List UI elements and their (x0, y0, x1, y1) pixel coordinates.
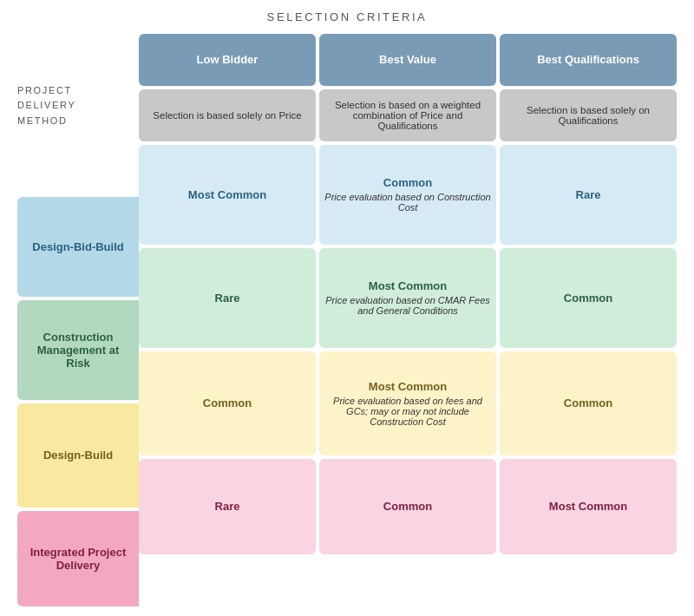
cell-cmar-low: Rare (139, 248, 316, 348)
row-header-db: Design-Build (17, 403, 139, 508)
col-header-best-value: Best Value (319, 34, 496, 86)
cell-ipd-qual: Most Common (500, 459, 677, 554)
cell-ipd-low-bold: Rare (215, 500, 240, 513)
cell-db-low: Common (139, 351, 316, 455)
cell-ipd-low: Rare (139, 459, 316, 554)
cell-db-best: Most Common Price evaluation based on fe… (319, 351, 496, 455)
data-row-dbb: Most Common Common Price evaluation base… (139, 145, 677, 245)
cell-dbb-best-bold: Common (324, 176, 491, 189)
cell-db-qual-bold: Common (564, 396, 612, 410)
project-delivery-label: PROJECTDELIVERYMETHOD (17, 83, 75, 129)
cell-cmar-low-bold: Rare (215, 292, 240, 305)
row-headers: PROJECTDELIVERYMETHOD Design-Bid-Build C… (17, 34, 139, 606)
data-row-db: Common Most Common Price evaluation base… (139, 351, 677, 455)
cell-cmar-qual: Common (500, 248, 677, 348)
col-headers-row: Low Bidder Best Value Best Qualification… (139, 34, 677, 86)
desc-low-bidder: Selection is based solely on Price (139, 89, 316, 141)
col-header-low-bidder: Low Bidder (139, 34, 316, 86)
description-row: Selection is based solely on Price Selec… (139, 89, 677, 141)
cell-cmar-best-bold: Most Common (324, 279, 491, 292)
cell-ipd-qual-bold: Most Common (549, 500, 627, 513)
col-header-best-qual: Best Qualifications (500, 34, 677, 86)
row-header-ipd: Integrated Project Delivery (17, 511, 139, 606)
data-row-ipd: Rare Common Most Common (139, 459, 677, 554)
project-delivery-label-container: PROJECTDELIVERYMETHOD (17, 34, 139, 138)
cell-dbb-best: Common Price evaluation based on Constru… (319, 145, 496, 245)
cell-dbb-low: Most Common (139, 145, 316, 245)
cell-dbb-qual: Rare (500, 145, 677, 245)
row-header-dbb: Design-Bid-Build (17, 197, 139, 297)
cell-dbb-qual-bold: Rare (576, 188, 601, 201)
table-wrapper: PROJECTDELIVERYMETHOD Design-Bid-Build C… (17, 34, 677, 606)
grid-area: Low Bidder Best Value Best Qualification… (139, 34, 677, 606)
main-title: SELECTION CRITERIA (267, 10, 428, 23)
row-header-cmar: Construction Management at Risk (17, 300, 139, 400)
cell-db-low-bold: Common (203, 396, 252, 410)
cell-ipd-best: Common (319, 459, 496, 554)
cell-dbb-best-italic: Price evaluation based on Construction C… (324, 192, 491, 213)
desc-best-value: Selection is based on a weighted combina… (319, 89, 496, 141)
cell-db-qual: Common (500, 351, 677, 455)
cell-db-best-bold: Most Common (324, 380, 491, 393)
cell-dbb-low-bold: Most Common (188, 188, 266, 201)
cell-cmar-best-italic: Price evaluation based on CMAR Fees and … (324, 295, 491, 316)
cell-cmar-qual-bold: Common (564, 292, 612, 305)
cell-ipd-best-bold: Common (383, 500, 432, 513)
data-row-cmar: Rare Most Common Price evaluation based … (139, 248, 677, 348)
desc-best-qual: Selection is based solely on Qualificati… (500, 89, 677, 141)
cell-cmar-best: Most Common Price evaluation based on CM… (319, 248, 496, 348)
cell-db-best-italic: Price evaluation based on fees and GCs; … (324, 396, 491, 427)
